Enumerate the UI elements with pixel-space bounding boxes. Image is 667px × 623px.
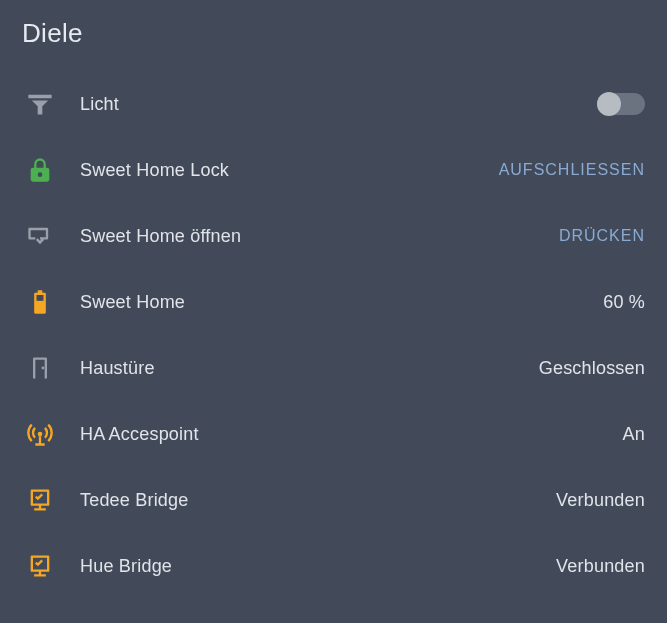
entity-row-battery[interactable]: Sweet Home 60 % bbox=[22, 269, 645, 335]
lock-icon bbox=[22, 156, 80, 184]
press-button[interactable]: DRÜCKEN bbox=[549, 221, 645, 251]
entity-row-lock[interactable]: Sweet Home Lock AUFSCHLIESSEN bbox=[22, 137, 645, 203]
entity-label: Tedee Bridge bbox=[80, 490, 556, 511]
entity-row-tedee[interactable]: Tedee Bridge Verbunden bbox=[22, 467, 645, 533]
battery-icon bbox=[22, 288, 80, 316]
entity-label: Haustüre bbox=[80, 358, 539, 379]
entities-card: Diele Licht Sweet Home Lock AUFSCHLIESSE… bbox=[0, 0, 667, 609]
entity-label: Licht bbox=[80, 94, 597, 115]
door-icon bbox=[22, 354, 80, 382]
entity-label: HA Accespoint bbox=[80, 424, 623, 445]
entity-value: Verbunden bbox=[556, 490, 645, 511]
entity-row-light[interactable]: Licht bbox=[22, 71, 645, 137]
entity-label: Sweet Home öffnen bbox=[80, 226, 549, 247]
entity-value: Geschlossen bbox=[539, 358, 645, 379]
entity-row-accesspoint[interactable]: HA Accespoint An bbox=[22, 401, 645, 467]
toggle-thumb bbox=[597, 92, 621, 116]
entity-value: 60 % bbox=[603, 292, 645, 313]
entity-label: Sweet Home bbox=[80, 292, 603, 313]
entity-label: Hue Bridge bbox=[80, 556, 556, 577]
unlock-button[interactable]: AUFSCHLIESSEN bbox=[489, 155, 645, 185]
light-toggle[interactable] bbox=[597, 93, 645, 115]
network-icon bbox=[22, 552, 80, 580]
entity-value: Verbunden bbox=[556, 556, 645, 577]
access-point-icon bbox=[22, 420, 80, 448]
svg-point-0 bbox=[42, 367, 45, 370]
entity-label: Sweet Home Lock bbox=[80, 160, 489, 181]
network-icon bbox=[22, 486, 80, 514]
light-icon bbox=[22, 90, 80, 118]
entity-row-open[interactable]: Sweet Home öffnen DRÜCKEN bbox=[22, 203, 645, 269]
entity-row-hue[interactable]: Hue Bridge Verbunden bbox=[22, 533, 645, 599]
entity-value: An bbox=[623, 424, 645, 445]
gesture-tap-icon bbox=[22, 222, 80, 250]
entity-row-door[interactable]: Haustüre Geschlossen bbox=[22, 335, 645, 401]
card-title: Diele bbox=[22, 18, 645, 49]
